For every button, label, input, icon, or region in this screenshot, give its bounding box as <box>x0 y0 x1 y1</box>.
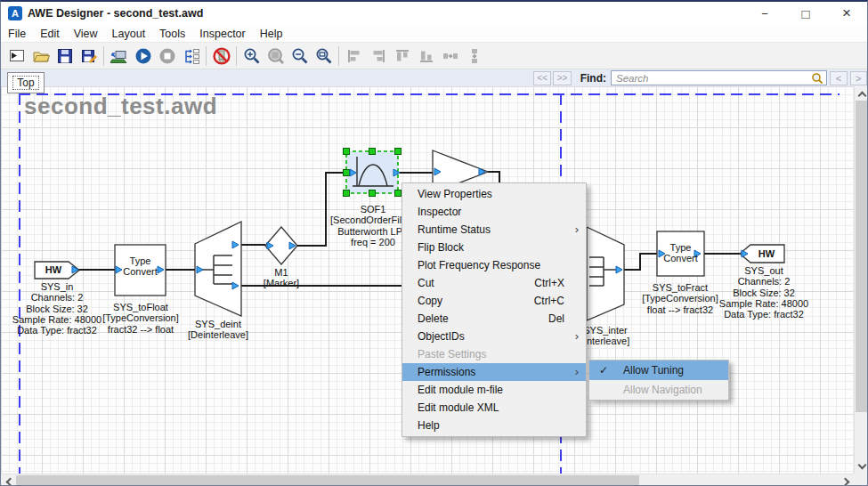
submenu-item-allow-tuning[interactable]: ✓ Allow Tuning <box>589 360 728 380</box>
block-sys-inter[interactable] <box>587 227 624 320</box>
save-as-button[interactable] <box>77 45 101 68</box>
scroll-up-icon[interactable] <box>855 86 868 101</box>
save-as-icon <box>80 47 98 65</box>
menu-inspector[interactable]: Inspector <box>192 28 252 40</box>
zoom-out-button[interactable] <box>288 45 312 68</box>
zoom-out-icon <box>291 47 309 65</box>
scroll-right-icon[interactable] <box>840 474 854 486</box>
no-edit-icon <box>213 47 231 65</box>
connect-vertical-button[interactable] <box>462 45 486 68</box>
align-top-icon <box>393 47 411 65</box>
tab-top[interactable]: Top <box>7 72 45 93</box>
menu-item-permissions[interactable]: Permissions› <box>402 363 586 381</box>
save-button[interactable] <box>53 45 77 68</box>
shortcut-label: Del <box>548 310 564 328</box>
align-right-button[interactable] <box>366 45 390 68</box>
align-bottom-icon <box>418 47 435 65</box>
align-bottom-button[interactable] <box>414 45 438 68</box>
menu-item-help[interactable]: Help <box>402 417 586 434</box>
save-icon <box>56 47 74 65</box>
menu-item-cut[interactable]: CutCtrl+X <box>402 274 586 292</box>
menu-help[interactable]: Help <box>253 28 290 40</box>
app-logo-icon: A <box>8 6 22 20</box>
shortcut-label: Ctrl+C <box>534 292 564 310</box>
horizontal-scrollbar-thumb[interactable] <box>16 475 639 486</box>
menu-item-plot-frequency-response[interactable]: Plot Frequency Response <box>402 256 586 274</box>
workspace: second_test.awd <box>1 86 868 486</box>
tab-top-label: Top <box>13 77 37 89</box>
menu-item-flip-block[interactable]: Flip Block <box>402 239 586 256</box>
stop-button[interactable] <box>155 45 179 68</box>
design-canvas[interactable]: second_test.awd <box>1 86 854 474</box>
horizontal-scrollbar[interactable] <box>1 474 854 486</box>
menu-item-view-properties[interactable]: View Properties <box>402 185 586 203</box>
sys-in-shape-label: HW <box>35 264 72 275</box>
propagate-changes-button[interactable] <box>179 45 203 68</box>
connect-horizontal-button[interactable] <box>438 45 462 68</box>
toolbar <box>1 43 867 69</box>
shortcut-label: Ctrl+X <box>534 274 564 292</box>
sys-deint-label: SYS_deint[Deinterleave] <box>174 319 263 341</box>
align-left-icon <box>345 47 363 65</box>
find-next-button[interactable]: > <box>850 71 867 85</box>
menu-item-inspector[interactable]: Inspector <box>402 203 586 221</box>
connect-vertical-icon <box>466 47 483 65</box>
find-prev-button[interactable]: < <box>830 71 847 85</box>
align-right-icon <box>369 47 387 65</box>
close-button[interactable]: × <box>826 2 867 25</box>
submenu-arrow-icon: › <box>575 363 579 381</box>
menu-file[interactable]: File <box>1 28 33 40</box>
connect-target-button[interactable] <box>107 45 131 68</box>
find-bar: << >> Find: < > <box>1 69 867 86</box>
run-icon <box>134 47 152 65</box>
menu-item-objectids[interactable]: ObjectIDs› <box>402 328 586 345</box>
vertical-scrollbar-thumb[interactable] <box>856 101 868 412</box>
find-forward-button[interactable]: >> <box>553 71 571 85</box>
menu-view[interactable]: View <box>67 28 105 40</box>
vertical-scrollbar[interactable] <box>854 86 868 474</box>
menu-item-delete[interactable]: DeleteDel <box>402 310 586 328</box>
menu-layout[interactable]: Layout <box>105 28 153 40</box>
scroll-down-icon[interactable] <box>855 459 868 474</box>
menu-item-copy[interactable]: CopyCtrl+C <box>402 292 586 310</box>
window-title: AWE Designer - second_test.awd <box>28 7 203 20</box>
new-file-icon <box>8 47 26 65</box>
menu-tools[interactable]: Tools <box>152 28 192 40</box>
run-button[interactable] <box>131 45 155 68</box>
sys-out-label: SYS_outChannels: 2 Block Size: 32Sample … <box>706 265 822 320</box>
sys-out-shape-label: HW <box>749 248 784 259</box>
zoom-selection-button[interactable] <box>264 45 288 68</box>
submenu-item-allow-navigation: Allow Navigation <box>589 380 728 400</box>
search-input[interactable] <box>611 70 827 85</box>
find-rewind-button[interactable]: << <box>533 71 551 85</box>
menu-item-edit-module-m-file[interactable]: Edit module m-file <box>402 381 586 399</box>
open-folder-icon <box>32 47 50 65</box>
no-edit-button[interactable] <box>209 45 233 68</box>
scroll-left-icon[interactable] <box>1 474 15 486</box>
zoom-in-icon <box>243 47 261 65</box>
new-file-button[interactable] <box>4 45 28 68</box>
align-top-button[interactable] <box>390 45 414 68</box>
stop-icon <box>158 47 176 65</box>
sys-tofloat-shape-label: Type Convert <box>116 255 165 277</box>
menu-item-paste-settings: Paste Settings <box>402 345 586 363</box>
m1-label: M1[Marker] <box>246 267 317 289</box>
open-file-button[interactable] <box>28 45 53 68</box>
zoom-in-button[interactable] <box>239 45 264 68</box>
permissions-submenu: ✓ Allow Tuning Allow Navigation <box>588 360 729 401</box>
menu-item-runtime-status[interactable]: Runtime Status› <box>402 221 586 239</box>
submenu-arrow-icon: › <box>575 328 579 345</box>
maximize-button[interactable]: □ <box>785 2 826 25</box>
search-icon <box>811 72 823 85</box>
menubar: File Edit View Layout Tools Inspector He… <box>1 25 867 43</box>
propagate-changes-icon <box>183 47 200 65</box>
align-left-button[interactable] <box>342 45 366 68</box>
minimize-button[interactable]: − <box>744 2 785 25</box>
zoom-fit-button[interactable] <box>312 45 336 68</box>
menu-item-edit-module-xml[interactable]: Edit module XML <box>402 399 586 417</box>
connect-target-icon <box>110 47 128 65</box>
zoom-fit-icon <box>315 47 333 65</box>
scrollbar-corner <box>854 474 868 486</box>
menu-edit[interactable]: Edit <box>33 28 67 40</box>
context-menu: View Properties Inspector Runtime Status… <box>402 182 587 437</box>
